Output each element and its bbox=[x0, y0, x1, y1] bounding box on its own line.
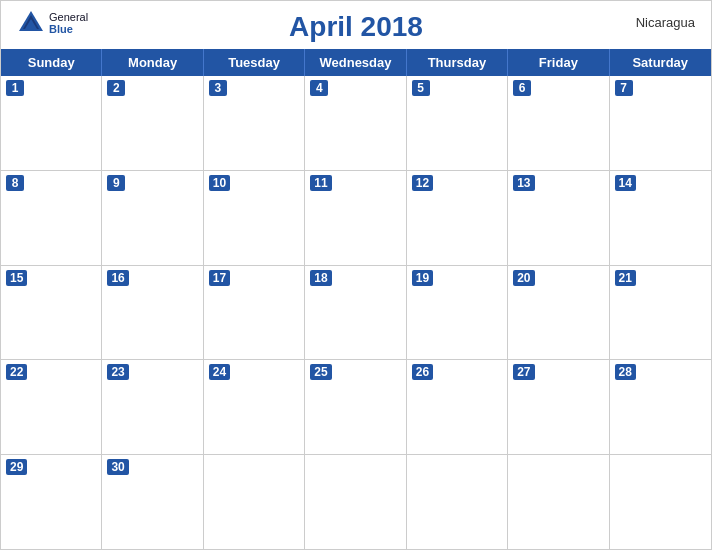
day-cell bbox=[508, 455, 609, 549]
day-cell: 17 bbox=[204, 266, 305, 360]
day-cell: 16 bbox=[102, 266, 203, 360]
day-cell: 28 bbox=[610, 360, 711, 454]
day-header-tuesday: Tuesday bbox=[204, 49, 305, 76]
day-cell: 2 bbox=[102, 76, 203, 170]
day-number: 3 bbox=[209, 80, 227, 96]
day-cell: 11 bbox=[305, 171, 406, 265]
day-cell: 1 bbox=[1, 76, 102, 170]
day-number: 14 bbox=[615, 175, 636, 191]
day-number: 30 bbox=[107, 459, 128, 475]
day-cell bbox=[305, 455, 406, 549]
day-number: 2 bbox=[107, 80, 125, 96]
country-label: Nicaragua bbox=[636, 15, 695, 30]
day-cell: 15 bbox=[1, 266, 102, 360]
day-cell: 24 bbox=[204, 360, 305, 454]
day-cell: 5 bbox=[407, 76, 508, 170]
day-number: 27 bbox=[513, 364, 534, 380]
day-cell: 30 bbox=[102, 455, 203, 549]
day-number: 7 bbox=[615, 80, 633, 96]
logo-icon bbox=[17, 9, 45, 37]
day-header-wednesday: Wednesday bbox=[305, 49, 406, 76]
day-cell: 23 bbox=[102, 360, 203, 454]
day-cell: 12 bbox=[407, 171, 508, 265]
day-number: 17 bbox=[209, 270, 230, 286]
day-number: 29 bbox=[6, 459, 27, 475]
day-number: 13 bbox=[513, 175, 534, 191]
day-cell: 22 bbox=[1, 360, 102, 454]
calendar-container: General Blue April 2018 Nicaragua Sunday… bbox=[0, 0, 712, 550]
week-row-1: 1234567 bbox=[1, 76, 711, 171]
logo-general: General bbox=[49, 11, 88, 23]
day-number: 26 bbox=[412, 364, 433, 380]
calendar-grid: 1234567891011121314151617181920212223242… bbox=[1, 76, 711, 549]
day-number: 19 bbox=[412, 270, 433, 286]
day-cell: 21 bbox=[610, 266, 711, 360]
day-cell: 4 bbox=[305, 76, 406, 170]
day-cell: 14 bbox=[610, 171, 711, 265]
day-number: 10 bbox=[209, 175, 230, 191]
calendar-header: General Blue April 2018 Nicaragua bbox=[1, 1, 711, 49]
day-number: 8 bbox=[6, 175, 24, 191]
day-number: 28 bbox=[615, 364, 636, 380]
day-cell: 7 bbox=[610, 76, 711, 170]
week-row-3: 15161718192021 bbox=[1, 266, 711, 361]
day-header-sunday: Sunday bbox=[1, 49, 102, 76]
day-cell: 13 bbox=[508, 171, 609, 265]
day-number: 20 bbox=[513, 270, 534, 286]
day-number: 11 bbox=[310, 175, 331, 191]
day-number: 9 bbox=[107, 175, 125, 191]
day-number: 23 bbox=[107, 364, 128, 380]
day-header-thursday: Thursday bbox=[407, 49, 508, 76]
day-cell: 18 bbox=[305, 266, 406, 360]
day-cell: 29 bbox=[1, 455, 102, 549]
day-header-friday: Friday bbox=[508, 49, 609, 76]
day-cell bbox=[610, 455, 711, 549]
day-number: 16 bbox=[107, 270, 128, 286]
logo-text: General Blue bbox=[49, 11, 88, 35]
day-cell bbox=[204, 455, 305, 549]
day-number: 25 bbox=[310, 364, 331, 380]
day-number: 21 bbox=[615, 270, 636, 286]
day-cell: 26 bbox=[407, 360, 508, 454]
calendar-title: April 2018 bbox=[289, 11, 423, 43]
week-row-5: 2930 bbox=[1, 455, 711, 549]
logo: General Blue bbox=[17, 9, 88, 37]
day-number: 18 bbox=[310, 270, 331, 286]
day-cell: 6 bbox=[508, 76, 609, 170]
week-row-4: 22232425262728 bbox=[1, 360, 711, 455]
day-header-monday: Monday bbox=[102, 49, 203, 76]
day-cell: 27 bbox=[508, 360, 609, 454]
day-number: 5 bbox=[412, 80, 430, 96]
day-header-saturday: Saturday bbox=[610, 49, 711, 76]
day-headers-row: SundayMondayTuesdayWednesdayThursdayFrid… bbox=[1, 49, 711, 76]
day-cell: 20 bbox=[508, 266, 609, 360]
day-cell: 25 bbox=[305, 360, 406, 454]
day-number: 22 bbox=[6, 364, 27, 380]
day-cell: 9 bbox=[102, 171, 203, 265]
day-number: 4 bbox=[310, 80, 328, 96]
day-cell: 10 bbox=[204, 171, 305, 265]
week-row-2: 891011121314 bbox=[1, 171, 711, 266]
day-number: 24 bbox=[209, 364, 230, 380]
day-number: 1 bbox=[6, 80, 24, 96]
day-number: 15 bbox=[6, 270, 27, 286]
day-cell: 8 bbox=[1, 171, 102, 265]
day-cell: 3 bbox=[204, 76, 305, 170]
day-number: 12 bbox=[412, 175, 433, 191]
day-number: 6 bbox=[513, 80, 531, 96]
logo-blue: Blue bbox=[49, 23, 88, 35]
day-cell: 19 bbox=[407, 266, 508, 360]
day-cell bbox=[407, 455, 508, 549]
